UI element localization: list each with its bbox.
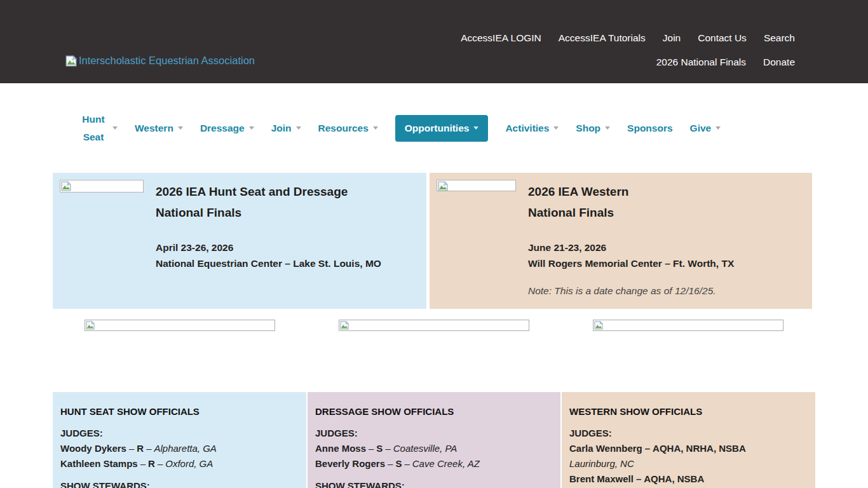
site-logo[interactable]: Interscholastic Equestrian Association [65, 55, 255, 67]
chevron-down-icon [473, 126, 478, 130]
nav-item-join[interactable]: Join [271, 123, 301, 134]
chevron-down-icon [112, 126, 118, 130]
judge-entry: Carla Wennberg–AQHA, NRHA, NSBA [569, 441, 808, 456]
show-officials-section: HUNT SEAT SHOW OFFICIALS JUDGES: Woody D… [53, 392, 815, 488]
main-navigation: Hunt Seat Western Dressage Join Resource… [0, 83, 868, 173]
event-date: April 23-26, 2026 [156, 240, 384, 255]
header-link-search[interactable]: Search [764, 32, 795, 44]
logo-alt-text: Interscholastic Equestrian Association [79, 55, 255, 67]
judge-entry: Brent Maxwell–AQHA, NSBA [569, 471, 808, 487]
chevron-down-icon [249, 126, 254, 130]
chevron-down-icon [178, 126, 183, 130]
header-utility-links-row1: AccessIEA LOGIN AccessIEA Tutorials Join… [461, 32, 795, 44]
judges-label: JUDGES: [569, 426, 808, 441]
officials-heading: HUNT SEAT SHOW OFFICIALS [60, 398, 299, 419]
event-date-change-note: Note: This is a date change as of 12/16/… [528, 285, 734, 297]
nav-item-sponsors[interactable]: Sponsors [627, 123, 672, 134]
event-venue: Will Rogers Memorial Center – Ft. Worth,… [528, 255, 734, 271]
header-link-contact-us[interactable]: Contact Us [698, 32, 747, 44]
nav-item-activities[interactable]: Activities [505, 123, 559, 134]
nav-item-western[interactable]: Western [135, 123, 183, 134]
nav-item-shop[interactable]: Shop [576, 123, 610, 134]
nav-item-dressage[interactable]: Dressage [200, 123, 254, 134]
officials-dressage: DRESSAGE SHOW OFFICIALS JUDGES: Anne Mos… [308, 392, 560, 488]
event-title: 2026 IEA Hunt Seat and Dressage National… [156, 181, 384, 223]
judges-label: JUDGES: [60, 426, 299, 441]
page-content: 2026 IEA Hunt Seat and Dressage National… [53, 173, 815, 488]
judge-entry: Beverly Rogers–S–Cave Creek, AZ [315, 456, 553, 471]
header-link-donate[interactable]: Donate [763, 57, 795, 68]
chevron-down-icon [553, 126, 559, 130]
chevron-down-icon [715, 126, 721, 130]
nav-item-give[interactable]: Give [690, 123, 721, 134]
judges-label: JUDGES: [315, 426, 553, 441]
header-utility-links-row2: 2026 National Finals Donate [656, 57, 795, 68]
header-link-2026-national-finals[interactable]: 2026 National Finals [656, 57, 746, 68]
nav-item-resources[interactable]: Resources [318, 123, 378, 134]
event-card-western: 2026 IEA Western National Finals June 21… [430, 173, 812, 309]
header-link-accessiea-tutorials[interactable]: AccessIEA Tutorials [559, 32, 646, 44]
event-venue: National Equestrian Center – Lake St. Lo… [156, 255, 384, 271]
banner-images-row [53, 320, 815, 331]
broken-image-placeholder [339, 320, 529, 331]
event-date: June 21-23, 2026 [528, 240, 734, 255]
officials-hunt-seat: HUNT SEAT SHOW OFFICIALS JUDGES: Woody D… [53, 392, 306, 488]
broken-image-placeholder [60, 180, 144, 193]
officials-western: WESTERN SHOW OFFICIALS JUDGES: Carla Wen… [562, 392, 815, 488]
stewards-label: SHOW STEWARDS: [60, 478, 299, 488]
national-finals-cards: 2026 IEA Hunt Seat and Dressage National… [53, 173, 815, 309]
officials-heading: DRESSAGE SHOW OFFICIALS [315, 398, 553, 419]
header-link-accessiea-login[interactable]: AccessIEA LOGIN [461, 32, 541, 44]
chevron-down-icon [605, 126, 610, 130]
event-title: 2026 IEA Western National Finals [528, 181, 661, 223]
header-link-join[interactable]: Join [663, 32, 681, 44]
judge-location: Laurinburg, NC [569, 456, 808, 471]
judge-entry: Woody Dykers–R–Alpharetta, GA [60, 441, 299, 456]
broken-image-icon [65, 55, 77, 67]
judge-entry: Anne Moss–S–Coatesville, PA [315, 441, 553, 456]
nav-item-hunt-seat[interactable]: Hunt Seat [79, 111, 118, 146]
site-header: Interscholastic Equestrian Association A… [0, 0, 868, 83]
broken-image-placeholder [85, 320, 275, 331]
officials-heading: WESTERN SHOW OFFICIALS [569, 398, 808, 419]
broken-image-placeholder [437, 180, 516, 191]
nav-item-opportunities[interactable]: Opportunities [395, 115, 489, 142]
judge-entry: Kathleen Stamps–R–Oxford, GA [60, 456, 299, 471]
chevron-down-icon [296, 126, 301, 130]
event-card-hunt-seat-dressage: 2026 IEA Hunt Seat and Dressage National… [53, 173, 426, 309]
chevron-down-icon [373, 126, 378, 130]
broken-image-placeholder [593, 320, 783, 331]
stewards-label: SHOW STEWARDS: [315, 478, 553, 488]
